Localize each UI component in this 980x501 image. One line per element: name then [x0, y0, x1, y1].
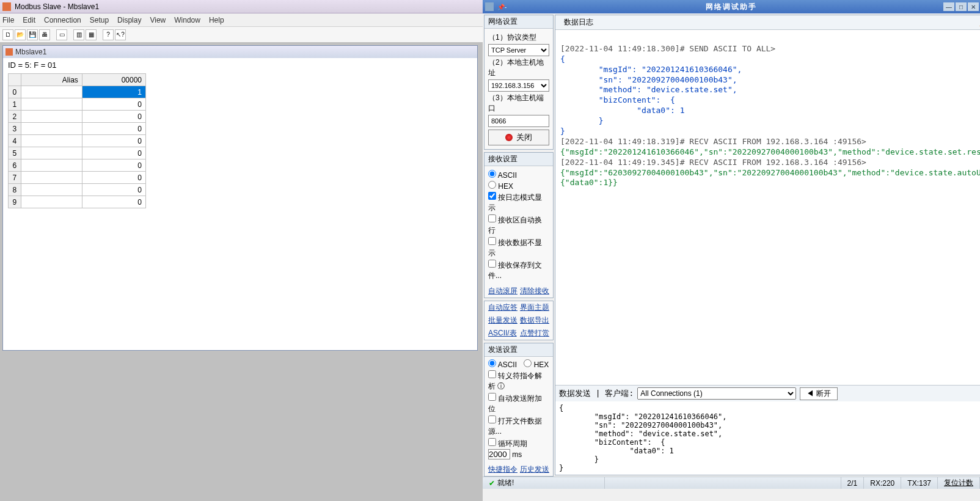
- tb-cascade-icon[interactable]: ▥: [73, 29, 84, 40]
- status-rx: RX:220: [864, 477, 901, 489]
- menu-window[interactable]: Window: [174, 16, 200, 24]
- ready-icon: ✔: [489, 479, 495, 488]
- link-history[interactable]: 历史发送: [520, 464, 549, 475]
- table-row[interactable]: 30: [9, 123, 146, 135]
- recv-save-check[interactable]: 接收保存到文件...: [488, 260, 549, 281]
- modbus-app-icon: [2, 2, 11, 11]
- send-file-check[interactable]: 打开文件数据源...: [488, 415, 549, 437]
- link-shortcut[interactable]: 快捷指令: [488, 464, 517, 475]
- menu-connection[interactable]: Connection: [44, 16, 81, 24]
- table-row[interactable]: 40: [9, 135, 146, 147]
- menu-help[interactable]: Help: [209, 16, 224, 24]
- recv-wrap-check[interactable]: 接收区自动换行: [488, 214, 549, 236]
- cycle-input[interactable]: [488, 449, 510, 459]
- modbus-doc-window[interactable]: Mbslave1 ID = 5: F = 01 Alias 00000 01 1…: [2, 45, 478, 351]
- net-settings-title: 网络设置: [485, 15, 553, 29]
- table-row[interactable]: 01: [9, 86, 146, 98]
- header-alias: Alias: [21, 74, 82, 86]
- proto-select[interactable]: TCP Server: [488, 44, 549, 56]
- send-escape-check[interactable]: 转义符指令解析 ⓘ: [488, 370, 549, 392]
- client-select[interactable]: All Connections (1): [637, 387, 796, 400]
- modbus-workspace: Mbslave1 ID = 5: F = 01 Alias 00000 01 1…: [0, 43, 483, 501]
- recv-ascii-radio[interactable]: ASCII: [488, 170, 549, 180]
- send-ascii-radio[interactable]: ASCII: [488, 360, 517, 369]
- tb-tile-icon[interactable]: ▦: [86, 29, 97, 40]
- tb-print-icon[interactable]: 🖶: [39, 29, 50, 40]
- status-reset-link[interactable]: 复位计数: [938, 477, 980, 489]
- na-left-sidebar: 网络设置 （1）协议类型 TCP Server （2）本地主机地址 192.16…: [483, 13, 555, 477]
- link-clear-recv[interactable]: 清除接收: [520, 286, 549, 296]
- modbus-toolbar: 🗋 📂 💾 🖶 ▭ ▥ ▦ ? ↖?: [0, 27, 483, 43]
- na-title-text: 网络调试助手: [706, 2, 757, 12]
- send-section: 数据发送 | 客户端: All Connections (1) ◀ 断开 ↶ 清…: [555, 385, 980, 475]
- log-textarea[interactable]: [2022-11-04 11:49:18.300]# SEND ASCII TO…: [555, 30, 980, 385]
- recv-settings-title: 接收设置: [485, 153, 553, 166]
- na-status-bar: ✔就绪! 2/1 RX:220 TX:137 复位计数: [483, 477, 980, 489]
- pin-icon[interactable]: 📌-: [497, 4, 506, 10]
- link-theme[interactable]: 界面主题: [520, 302, 549, 313]
- menu-file[interactable]: File: [2, 16, 14, 24]
- close-conn-button[interactable]: 关闭: [488, 130, 549, 145]
- send-hex-radio[interactable]: HEX: [524, 360, 549, 369]
- maximize-icon[interactable]: □: [956, 2, 967, 11]
- modbus-slave-window: Modbus Slave - Mbslave1 File Edit Connec…: [0, 0, 483, 501]
- link-export[interactable]: 数据导出: [520, 315, 549, 326]
- host-select[interactable]: 192.168.3.156: [488, 79, 549, 92]
- recv-logmode-check[interactable]: 按日志模式显示: [488, 192, 549, 213]
- link-auto-reply[interactable]: 自动应答: [488, 302, 517, 313]
- recv-hide-check[interactable]: 接收数据不显示: [488, 237, 549, 258]
- link-donate[interactable]: 点赞打赏: [520, 328, 549, 338]
- netassist-window: 📌- 网络调试助手 — □ ✕ 网络设置 （1）协议类型 TCP Server …: [483, 0, 980, 501]
- port-input[interactable]: [488, 115, 549, 127]
- status-tx: TX:137: [901, 477, 938, 489]
- menu-view[interactable]: View: [150, 16, 166, 24]
- tb-open-icon[interactable]: 📂: [15, 29, 26, 40]
- table-row[interactable]: 20: [9, 111, 146, 123]
- na-right-pane: 数据日志 NetAssist V5.0.2 ◈ 🔔 [2022-11-04 11…: [555, 15, 980, 475]
- table-row[interactable]: 90: [9, 196, 146, 208]
- proto-label: （1）协议类型: [488, 32, 549, 43]
- panel-recv-settings: 接收设置 ASCII HEX 按日志模式显示 接收区自动换行 接收数据不显示 接…: [484, 152, 554, 298]
- record-icon: [505, 134, 513, 141]
- na-app-icon: [485, 2, 494, 11]
- menu-display[interactable]: Display: [117, 16, 141, 24]
- modbus-doc-icon: [5, 48, 13, 56]
- table-row[interactable]: 10: [9, 98, 146, 111]
- tb-save-icon[interactable]: 💾: [27, 29, 38, 40]
- tb-copy-icon[interactable]: ▭: [56, 29, 67, 40]
- panel-quick-links: 自动应答界面主题 批量发送数据导出 ASCII/表点赞打赏: [484, 301, 554, 340]
- header-value: 00000: [82, 74, 145, 86]
- menu-edit[interactable]: Edit: [23, 16, 35, 24]
- status-ready: 就绪!: [497, 478, 514, 488]
- link-ascii-table[interactable]: ASCII/表: [488, 328, 517, 338]
- panel-send-settings: 发送设置 ASCII HEX 转义符指令解析 ⓘ 自动发送附加位 打开文件数据源…: [484, 343, 554, 477]
- tb-whatsthis-icon[interactable]: ↖?: [115, 29, 126, 40]
- table-row[interactable]: 70: [9, 172, 146, 184]
- modbus-doc-title-bar[interactable]: Mbslave1: [3, 46, 477, 58]
- link-batch-send[interactable]: 批量发送: [488, 315, 517, 326]
- link-autoscroll[interactable]: 自动滚屏: [488, 286, 517, 296]
- table-row[interactable]: 50: [9, 147, 146, 159]
- modbus-title-bar[interactable]: Modbus Slave - Mbslave1: [0, 0, 483, 13]
- menu-setup[interactable]: Setup: [90, 16, 109, 24]
- send-textarea[interactable]: { "msgId": "202201241610366046", "sn": "…: [555, 401, 980, 475]
- send-header-label: 数据发送 | 客户端:: [559, 388, 634, 399]
- tb-new-icon[interactable]: 🗋: [2, 29, 13, 40]
- table-row[interactable]: 80: [9, 184, 146, 196]
- tab-datalog[interactable]: 数据日志: [559, 16, 598, 29]
- modbus-title-text: Modbus Slave - Mbslave1: [15, 2, 99, 11]
- send-settings-title: 发送设置: [485, 343, 553, 357]
- send-cycle-check[interactable]: 循环周期 ms: [488, 438, 549, 459]
- recv-hex-radio[interactable]: HEX: [488, 182, 513, 191]
- modbus-id-line: ID = 5: F = 01: [8, 60, 472, 70]
- minimize-icon[interactable]: —: [943, 2, 954, 11]
- table-row[interactable]: 60: [9, 159, 146, 172]
- modbus-doc-title-text: Mbslave1: [15, 48, 46, 56]
- tb-help-icon[interactable]: ?: [103, 29, 114, 40]
- panel-net-settings: 网络设置 （1）协议类型 TCP Server （2）本地主机地址 192.16…: [484, 15, 554, 150]
- status-conn: 2/1: [841, 477, 865, 489]
- send-append-check[interactable]: 自动发送附加位: [488, 393, 549, 414]
- disconnect-button[interactable]: ◀ 断开: [800, 387, 837, 400]
- close-icon[interactable]: ✕: [968, 2, 979, 11]
- na-title-bar[interactable]: 📌- 网络调试助手 — □ ✕: [483, 0, 980, 13]
